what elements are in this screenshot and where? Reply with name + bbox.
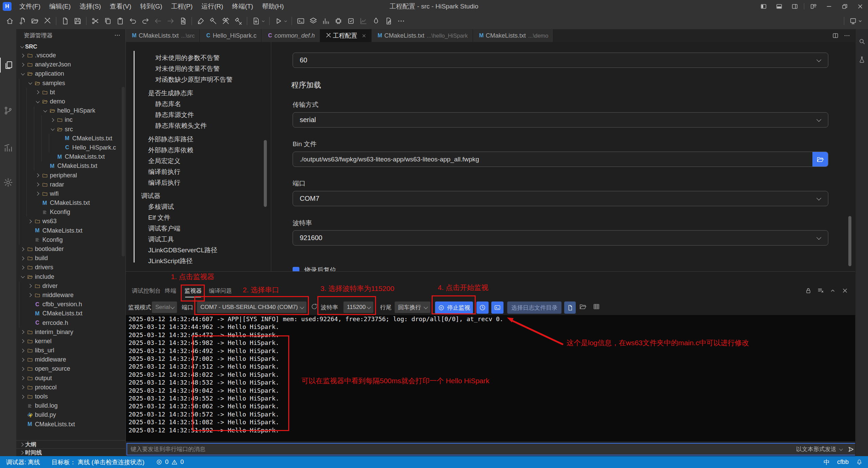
tools-icon[interactable]: [41, 15, 54, 27]
editor-tab-cmakelists-txt[interactable]: MCMakeLists.txt...\src: [126, 29, 200, 42]
tree-item-kconfig[interactable]: Kconfig: [16, 235, 125, 245]
config-nav-item[interactable]: 静态库依赖头文件: [155, 121, 207, 130]
serial-monitor-log[interactable]: 2025-03-12 14:32:44:607 -> APP|[SYS INFO…: [126, 315, 858, 441]
config-nav-item[interactable]: 是否生成静态库: [148, 89, 193, 98]
tree-item-output[interactable]: output: [16, 374, 125, 383]
more-icon[interactable]: [395, 15, 407, 27]
toggle-secondary-sidebar-icon[interactable]: [787, 0, 803, 13]
save-icon[interactable]: [71, 15, 84, 27]
outline-section[interactable]: 大纲: [16, 440, 125, 449]
config-nav-item[interactable]: JLinkScript路径: [148, 257, 193, 266]
arrow-left-icon[interactable]: [152, 15, 164, 27]
split-editor-icon[interactable]: [832, 32, 839, 39]
bell-icon[interactable]: [856, 459, 863, 465]
chevron-down-icon[interactable]: [857, 18, 863, 24]
log-file-button[interactable]: [564, 301, 576, 314]
tree-item-cmakelists.txt[interactable]: MCMakeLists.txt: [16, 420, 125, 429]
customize-layout-icon[interactable]: [806, 0, 821, 13]
status-target-board[interactable]: 目标板： 离线 (单击检查连接状态): [52, 458, 144, 466]
file-search-icon[interactable]: [177, 15, 189, 27]
editor-tab-工程配置[interactable]: 工程配置: [320, 29, 372, 42]
config-nav-item[interactable]: 外部静态库依赖: [148, 146, 193, 155]
menu-item-7[interactable]: 终端(T): [228, 0, 257, 13]
tree-item-cmakelists.txt[interactable]: MCMakeLists.txt: [16, 161, 125, 171]
menu-item-0[interactable]: 文件(F): [15, 0, 45, 13]
arrow-right-icon[interactable]: [164, 15, 177, 27]
config-nav-item[interactable]: 外部静态库路径: [148, 135, 193, 144]
panel-tab-terminal[interactable]: 终端: [165, 285, 176, 296]
config-nav-item[interactable]: 静态库源文件: [155, 111, 194, 119]
clean-icon[interactable]: [194, 15, 207, 27]
tree-item-hello_hispark[interactable]: hello_HiSpark: [16, 106, 125, 115]
layers-icon[interactable]: [307, 15, 319, 27]
sidebar-scrollbar[interactable]: [122, 87, 125, 256]
menu-item-8[interactable]: 帮助(H): [258, 0, 288, 13]
line-ending-select[interactable]: 回车换行: [395, 301, 430, 313]
close-panel-icon[interactable]: [842, 287, 848, 294]
tree-item-cmakelists.txt[interactable]: MCMakeLists.txt: [16, 152, 125, 161]
tree-item-analyzerjson[interactable]: analyzerJson: [16, 60, 125, 69]
config-nav-item[interactable]: 编译后执行: [148, 178, 180, 187]
rebuild-icon[interactable]: [219, 15, 232, 27]
menu-item-4[interactable]: 转到(G): [136, 0, 166, 13]
activitybar-explorer-icon[interactable]: [0, 58, 17, 73]
baud-select[interactable]: 921600: [293, 230, 828, 246]
tree-item-drivers[interactable]: drivers: [16, 263, 125, 272]
timeline-section[interactable]: 时间线: [16, 448, 125, 456]
new-file-icon[interactable]: [59, 15, 71, 27]
config-nav-item[interactable]: Elf 文件: [148, 213, 170, 222]
editor-more-actions-icon[interactable]: [844, 32, 850, 39]
new-project-icon[interactable]: [16, 15, 28, 27]
open-folder-icon[interactable]: [28, 15, 41, 27]
tree-item-kernel[interactable]: kernel: [16, 337, 125, 346]
clear-output-icon[interactable]: [817, 287, 824, 294]
browse-folder-button[interactable]: [812, 152, 828, 167]
config-nav-item[interactable]: 对函数缺少原型声明不告警: [155, 75, 233, 84]
tree-item-include[interactable]: include: [16, 272, 125, 281]
tree-item-peripheral[interactable]: peripheral: [16, 171, 125, 180]
cut-icon[interactable]: [89, 15, 101, 27]
close-window-button[interactable]: [852, 0, 868, 13]
tree-item-application[interactable]: application: [16, 69, 125, 78]
tree-item-tools[interactable]: tools: [16, 392, 125, 401]
tree-item-cmakelists.txt[interactable]: MCMakeLists.txt: [16, 198, 125, 208]
tree-item-build.log[interactable]: build.log: [16, 401, 125, 410]
home-icon[interactable]: [3, 15, 16, 27]
paste-icon[interactable]: [114, 15, 126, 27]
activitybar-analyzer-icon[interactable]: [0, 140, 16, 155]
flame-icon[interactable]: [370, 15, 382, 27]
refresh-ports-icon[interactable]: [311, 303, 318, 310]
lock-icon[interactable]: [805, 287, 812, 294]
tree-item-driver[interactable]: driver: [16, 281, 125, 291]
tree-item-demo[interactable]: demo: [16, 97, 125, 106]
send-terminal-button[interactable]: [491, 301, 504, 314]
reset-after-flash-row[interactable]: 烧录后复位: [293, 266, 336, 271]
chart-icon[interactable]: [357, 15, 370, 27]
tree-item-bootloader[interactable]: bootloader: [16, 245, 125, 254]
tree-item-hello_hispark.c[interactable]: CHello_HiSpark.c: [16, 143, 125, 152]
profiler-icon[interactable]: [319, 15, 332, 27]
chevron-up-icon[interactable]: [829, 287, 836, 294]
tree-item-cmakelists.txt[interactable]: MCMakeLists.txt: [16, 134, 125, 143]
stop-monitor-button[interactable]: 停止监视: [435, 301, 473, 314]
status-debugger[interactable]: 调试器: 离线: [6, 458, 40, 466]
tree-item-kconfig[interactable]: Kconfig: [16, 208, 125, 217]
config-nav-scrollbar[interactable]: [264, 140, 267, 207]
send-icon[interactable]: [847, 446, 855, 453]
chevron-down-icon[interactable]: [260, 19, 266, 24]
redo-icon[interactable]: [139, 15, 152, 27]
tree-item-protocol[interactable]: protocol: [16, 383, 125, 392]
panel-tab-problems[interactable]: 编译问题: [209, 285, 232, 296]
editor-tab-cmakelists-txt[interactable]: MCMakeLists.txt...\hello_HiSpark: [372, 29, 473, 42]
tree-item-middleware[interactable]: middleware: [16, 291, 125, 300]
config-nav-item[interactable]: 编译前执行: [148, 168, 180, 176]
tree-item-open_source[interactable]: open_source: [16, 364, 125, 373]
search-icon[interactable]: [855, 35, 868, 47]
editor-tab-hello-hispark-c[interactable]: CHello_HiSpark.c: [200, 29, 261, 42]
tree-item-bt[interactable]: bt: [16, 88, 125, 97]
tree-item-middleware[interactable]: middleware: [16, 355, 125, 364]
config-nav-item[interactable]: 多核调试: [148, 202, 174, 211]
menu-item-6[interactable]: 运行(R): [197, 0, 228, 13]
tree-item-build.py[interactable]: build.py: [16, 410, 125, 420]
open-log-folder-icon[interactable]: [579, 303, 587, 310]
